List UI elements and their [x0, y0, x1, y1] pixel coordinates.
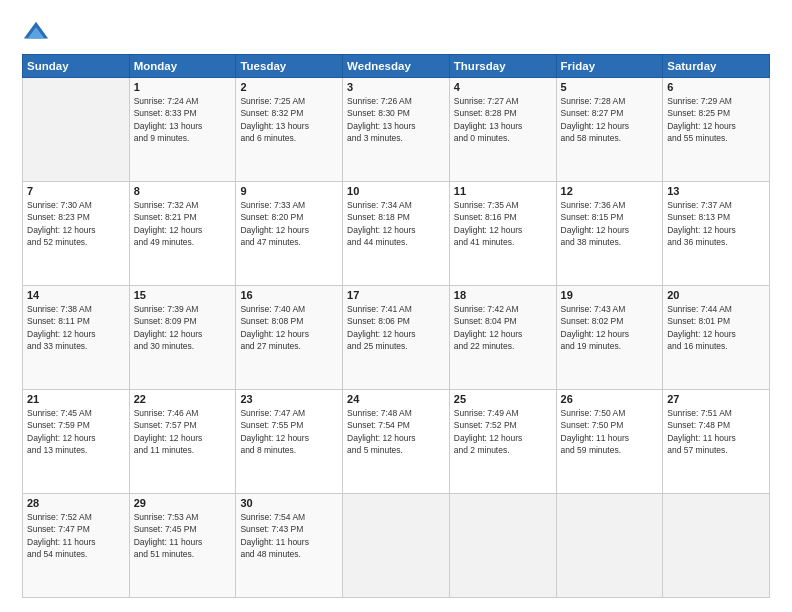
day-number: 29 [134, 497, 232, 509]
page: SundayMondayTuesdayWednesdayThursdayFrid… [0, 0, 792, 612]
day-cell: 2Sunrise: 7:25 AM Sunset: 8:32 PM Daylig… [236, 78, 343, 182]
day-cell: 6Sunrise: 7:29 AM Sunset: 8:25 PM Daylig… [663, 78, 770, 182]
day-header-tuesday: Tuesday [236, 55, 343, 78]
day-info: Sunrise: 7:52 AM Sunset: 7:47 PM Dayligh… [27, 511, 125, 560]
header [22, 18, 770, 46]
week-row-1: 1Sunrise: 7:24 AM Sunset: 8:33 PM Daylig… [23, 78, 770, 182]
day-info: Sunrise: 7:30 AM Sunset: 8:23 PM Dayligh… [27, 199, 125, 248]
day-info: Sunrise: 7:47 AM Sunset: 7:55 PM Dayligh… [240, 407, 338, 456]
week-row-5: 28Sunrise: 7:52 AM Sunset: 7:47 PM Dayli… [23, 494, 770, 598]
day-info: Sunrise: 7:35 AM Sunset: 8:16 PM Dayligh… [454, 199, 552, 248]
day-info: Sunrise: 7:54 AM Sunset: 7:43 PM Dayligh… [240, 511, 338, 560]
day-cell: 20Sunrise: 7:44 AM Sunset: 8:01 PM Dayli… [663, 286, 770, 390]
day-number: 14 [27, 289, 125, 301]
day-info: Sunrise: 7:29 AM Sunset: 8:25 PM Dayligh… [667, 95, 765, 144]
day-number: 9 [240, 185, 338, 197]
day-info: Sunrise: 7:45 AM Sunset: 7:59 PM Dayligh… [27, 407, 125, 456]
day-info: Sunrise: 7:51 AM Sunset: 7:48 PM Dayligh… [667, 407, 765, 456]
day-number: 21 [27, 393, 125, 405]
day-cell: 22Sunrise: 7:46 AM Sunset: 7:57 PM Dayli… [129, 390, 236, 494]
day-info: Sunrise: 7:33 AM Sunset: 8:20 PM Dayligh… [240, 199, 338, 248]
day-cell: 28Sunrise: 7:52 AM Sunset: 7:47 PM Dayli… [23, 494, 130, 598]
day-info: Sunrise: 7:25 AM Sunset: 8:32 PM Dayligh… [240, 95, 338, 144]
day-info: Sunrise: 7:36 AM Sunset: 8:15 PM Dayligh… [561, 199, 659, 248]
day-number: 27 [667, 393, 765, 405]
day-header-friday: Friday [556, 55, 663, 78]
day-number: 5 [561, 81, 659, 93]
day-number: 20 [667, 289, 765, 301]
day-number: 22 [134, 393, 232, 405]
day-info: Sunrise: 7:27 AM Sunset: 8:28 PM Dayligh… [454, 95, 552, 144]
day-number: 30 [240, 497, 338, 509]
day-number: 25 [454, 393, 552, 405]
day-cell [449, 494, 556, 598]
day-header-wednesday: Wednesday [343, 55, 450, 78]
day-cell: 8Sunrise: 7:32 AM Sunset: 8:21 PM Daylig… [129, 182, 236, 286]
day-cell: 5Sunrise: 7:28 AM Sunset: 8:27 PM Daylig… [556, 78, 663, 182]
day-number: 13 [667, 185, 765, 197]
day-cell: 16Sunrise: 7:40 AM Sunset: 8:08 PM Dayli… [236, 286, 343, 390]
day-cell: 18Sunrise: 7:42 AM Sunset: 8:04 PM Dayli… [449, 286, 556, 390]
day-info: Sunrise: 7:32 AM Sunset: 8:21 PM Dayligh… [134, 199, 232, 248]
day-cell: 17Sunrise: 7:41 AM Sunset: 8:06 PM Dayli… [343, 286, 450, 390]
day-number: 1 [134, 81, 232, 93]
week-row-2: 7Sunrise: 7:30 AM Sunset: 8:23 PM Daylig… [23, 182, 770, 286]
day-cell: 3Sunrise: 7:26 AM Sunset: 8:30 PM Daylig… [343, 78, 450, 182]
day-cell: 21Sunrise: 7:45 AM Sunset: 7:59 PM Dayli… [23, 390, 130, 494]
day-number: 2 [240, 81, 338, 93]
day-info: Sunrise: 7:40 AM Sunset: 8:08 PM Dayligh… [240, 303, 338, 352]
day-info: Sunrise: 7:24 AM Sunset: 8:33 PM Dayligh… [134, 95, 232, 144]
day-info: Sunrise: 7:26 AM Sunset: 8:30 PM Dayligh… [347, 95, 445, 144]
day-cell: 1Sunrise: 7:24 AM Sunset: 8:33 PM Daylig… [129, 78, 236, 182]
day-number: 23 [240, 393, 338, 405]
day-info: Sunrise: 7:37 AM Sunset: 8:13 PM Dayligh… [667, 199, 765, 248]
day-info: Sunrise: 7:34 AM Sunset: 8:18 PM Dayligh… [347, 199, 445, 248]
day-number: 7 [27, 185, 125, 197]
day-cell: 23Sunrise: 7:47 AM Sunset: 7:55 PM Dayli… [236, 390, 343, 494]
day-cell: 7Sunrise: 7:30 AM Sunset: 8:23 PM Daylig… [23, 182, 130, 286]
day-info: Sunrise: 7:50 AM Sunset: 7:50 PM Dayligh… [561, 407, 659, 456]
week-row-4: 21Sunrise: 7:45 AM Sunset: 7:59 PM Dayli… [23, 390, 770, 494]
day-number: 4 [454, 81, 552, 93]
day-header-thursday: Thursday [449, 55, 556, 78]
day-info: Sunrise: 7:46 AM Sunset: 7:57 PM Dayligh… [134, 407, 232, 456]
day-cell [556, 494, 663, 598]
day-info: Sunrise: 7:38 AM Sunset: 8:11 PM Dayligh… [27, 303, 125, 352]
day-info: Sunrise: 7:43 AM Sunset: 8:02 PM Dayligh… [561, 303, 659, 352]
day-number: 10 [347, 185, 445, 197]
day-cell: 27Sunrise: 7:51 AM Sunset: 7:48 PM Dayli… [663, 390, 770, 494]
day-info: Sunrise: 7:39 AM Sunset: 8:09 PM Dayligh… [134, 303, 232, 352]
day-info: Sunrise: 7:53 AM Sunset: 7:45 PM Dayligh… [134, 511, 232, 560]
day-cell: 26Sunrise: 7:50 AM Sunset: 7:50 PM Dayli… [556, 390, 663, 494]
day-number: 15 [134, 289, 232, 301]
day-cell: 10Sunrise: 7:34 AM Sunset: 8:18 PM Dayli… [343, 182, 450, 286]
calendar-table: SundayMondayTuesdayWednesdayThursdayFrid… [22, 54, 770, 598]
day-number: 28 [27, 497, 125, 509]
day-cell: 4Sunrise: 7:27 AM Sunset: 8:28 PM Daylig… [449, 78, 556, 182]
day-number: 8 [134, 185, 232, 197]
day-cell: 12Sunrise: 7:36 AM Sunset: 8:15 PM Dayli… [556, 182, 663, 286]
day-info: Sunrise: 7:44 AM Sunset: 8:01 PM Dayligh… [667, 303, 765, 352]
day-cell: 25Sunrise: 7:49 AM Sunset: 7:52 PM Dayli… [449, 390, 556, 494]
day-header-saturday: Saturday [663, 55, 770, 78]
day-number: 16 [240, 289, 338, 301]
day-cell [663, 494, 770, 598]
day-cell: 19Sunrise: 7:43 AM Sunset: 8:02 PM Dayli… [556, 286, 663, 390]
day-info: Sunrise: 7:28 AM Sunset: 8:27 PM Dayligh… [561, 95, 659, 144]
day-info: Sunrise: 7:41 AM Sunset: 8:06 PM Dayligh… [347, 303, 445, 352]
day-cell: 29Sunrise: 7:53 AM Sunset: 7:45 PM Dayli… [129, 494, 236, 598]
day-cell: 15Sunrise: 7:39 AM Sunset: 8:09 PM Dayli… [129, 286, 236, 390]
day-header-monday: Monday [129, 55, 236, 78]
day-number: 6 [667, 81, 765, 93]
day-header-sunday: Sunday [23, 55, 130, 78]
calendar-header-row: SundayMondayTuesdayWednesdayThursdayFrid… [23, 55, 770, 78]
day-info: Sunrise: 7:48 AM Sunset: 7:54 PM Dayligh… [347, 407, 445, 456]
day-cell: 30Sunrise: 7:54 AM Sunset: 7:43 PM Dayli… [236, 494, 343, 598]
day-info: Sunrise: 7:42 AM Sunset: 8:04 PM Dayligh… [454, 303, 552, 352]
day-number: 19 [561, 289, 659, 301]
day-cell: 13Sunrise: 7:37 AM Sunset: 8:13 PM Dayli… [663, 182, 770, 286]
day-cell: 11Sunrise: 7:35 AM Sunset: 8:16 PM Dayli… [449, 182, 556, 286]
day-cell: 24Sunrise: 7:48 AM Sunset: 7:54 PM Dayli… [343, 390, 450, 494]
day-number: 26 [561, 393, 659, 405]
day-info: Sunrise: 7:49 AM Sunset: 7:52 PM Dayligh… [454, 407, 552, 456]
